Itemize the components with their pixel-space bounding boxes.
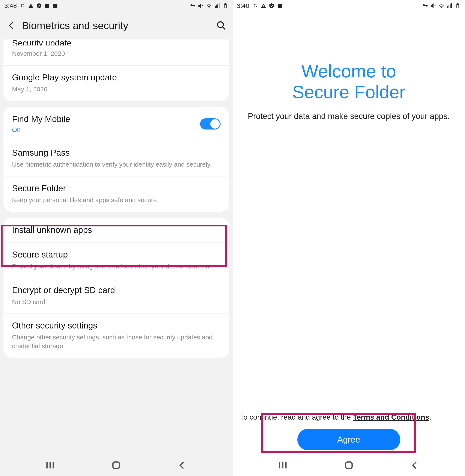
settings-group-security: Find My Mobile On Samsung Pass Use biome…	[3, 107, 229, 212]
mute-icon	[430, 3, 436, 9]
setting-title: Secure Folder	[12, 183, 221, 194]
svg-rect-4	[345, 462, 352, 469]
setting-subtext: May 1, 2020	[12, 85, 221, 94]
setting-subtext: Protect your device by using a screen lo…	[12, 262, 221, 271]
google-icon	[20, 3, 26, 9]
wifi-icon	[438, 3, 444, 9]
welcome-title: Welcome to Secure Folder	[239, 61, 459, 102]
checkmark-badge-icon	[269, 3, 275, 9]
svg-rect-0	[53, 4, 57, 8]
app-square-icon	[277, 3, 283, 9]
agree-button[interactable]: Agree	[297, 429, 400, 450]
setting-title: Security update	[12, 40, 221, 45]
settings-list: Security update November 1, 2020 Google …	[0, 40, 232, 455]
status-time: 3:48	[4, 2, 17, 10]
warning-icon	[28, 3, 34, 9]
setting-subtext: No SD card	[12, 298, 221, 307]
navigation-bar	[232, 455, 465, 476]
secure-folder-welcome: Welcome to Secure Folder Protect your da…	[232, 11, 465, 455]
status-time: 3:40	[237, 2, 249, 10]
setting-title: Samsung Pass	[12, 147, 221, 158]
setting-item-secure-startup[interactable]: Secure startup Protect your device by us…	[3, 243, 229, 278]
setting-title: Google Play system update	[12, 72, 221, 83]
wifi-icon	[206, 3, 212, 9]
mute-icon	[198, 3, 204, 9]
setting-title: Encrypt or decrypt SD card	[12, 285, 221, 296]
back-nav-button[interactable]	[408, 459, 421, 472]
setting-item-google-play-update[interactable]: Google Play system update May 1, 2020	[3, 65, 229, 101]
page-title: Biometrics and security	[22, 20, 216, 32]
screenshot-right: 3:40 Welcome to Secure Folder Protect yo…	[232, 0, 465, 476]
setting-subtext: Use biometric authentication to verify y…	[12, 160, 221, 169]
setting-subtext: Keep your personal files and apps safe a…	[12, 196, 221, 205]
terms-prefix: To continue, read and agree to the	[240, 413, 353, 421]
checkmark-badge-icon	[36, 3, 42, 9]
battery-icon	[222, 3, 228, 9]
terms-line: To continue, read and agree to the Terms…	[239, 412, 459, 429]
signal-icon	[447, 3, 453, 9]
home-button[interactable]	[342, 459, 355, 472]
svg-rect-2	[113, 462, 120, 469]
settings-group-updates: Security update November 1, 2020 Google …	[3, 40, 229, 101]
vpn-key-icon	[190, 3, 196, 9]
status-bar: 3:40	[232, 0, 465, 11]
recents-button[interactable]	[44, 459, 57, 472]
setting-item-find-my-mobile[interactable]: Find My Mobile On	[3, 107, 229, 141]
setting-subtext: Change other security settings, such as …	[12, 333, 221, 350]
recents-button[interactable]	[276, 459, 289, 472]
screenshot-left: 3:48 Biometrics and security	[0, 0, 232, 476]
setting-title: Find My Mobile	[12, 114, 221, 124]
setting-item-other-security[interactable]: Other security settings Change other sec…	[3, 314, 229, 358]
setting-status: On	[12, 126, 221, 133]
settings-group-other: Install unknown apps Secure startup Prot…	[3, 218, 229, 358]
toggle-knob	[210, 119, 220, 129]
terms-suffix: .	[429, 413, 431, 421]
setting-item-secure-folder[interactable]: Secure Folder Keep your personal files a…	[3, 176, 229, 212]
app-bar: Biometrics and security	[0, 11, 232, 40]
setting-subtext: November 1, 2020	[12, 49, 221, 58]
setting-item-install-unknown-apps[interactable]: Install unknown apps	[3, 218, 229, 243]
back-button[interactable]	[6, 20, 17, 31]
setting-title: Other security settings	[12, 320, 221, 331]
back-nav-button[interactable]	[176, 459, 189, 472]
warning-icon	[261, 3, 266, 9]
find-my-mobile-toggle[interactable]	[200, 118, 221, 129]
status-bar: 3:48	[0, 0, 232, 11]
terms-link[interactable]: Terms and Conditions	[353, 413, 429, 421]
svg-rect-3	[278, 4, 282, 8]
google-icon	[252, 3, 258, 9]
navigation-bar	[0, 455, 232, 476]
setting-item-security-update[interactable]: Security update November 1, 2020	[3, 40, 229, 65]
welcome-subtitle: Protect your data and make secure copies…	[239, 111, 459, 122]
vpn-key-icon	[422, 3, 428, 9]
welcome-title-line1: Welcome to	[301, 61, 396, 81]
setting-title: Install unknown apps	[12, 224, 221, 235]
setting-item-samsung-pass[interactable]: Samsung Pass Use biometric authenticatio…	[3, 141, 229, 176]
signal-icon	[214, 3, 220, 9]
battery-icon	[455, 3, 461, 9]
home-button[interactable]	[110, 459, 123, 472]
welcome-title-line2: Secure Folder	[292, 82, 405, 102]
setting-item-encrypt-sd[interactable]: Encrypt or decrypt SD card No SD card	[3, 278, 229, 314]
search-button[interactable]	[216, 20, 227, 31]
app-square-icon	[52, 3, 58, 9]
setting-title: Secure startup	[12, 249, 221, 260]
image-icon	[44, 3, 50, 9]
